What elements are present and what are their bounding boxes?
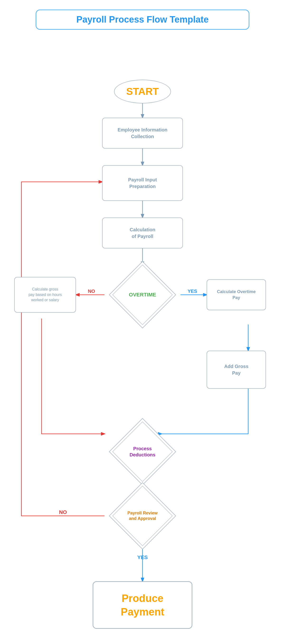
- process-deductions-label: ProcessDeductions: [130, 446, 156, 458]
- overtime-diamond: OVERTIME: [104, 265, 181, 324]
- page-wrapper: Payroll Process Flow Template: [0, 0, 285, 44]
- payroll-review-diamond: Payroll Reviewand Approval: [104, 486, 181, 546]
- start-label: START: [126, 86, 159, 97]
- no-overtime-label: NO: [81, 288, 102, 295]
- calc-gross-node: Calculate grosspay based on hoursworked …: [14, 277, 76, 312]
- add-gross-node: Add GrossPay: [207, 351, 266, 389]
- emp-info-label: Employee InformationCollection: [118, 126, 167, 140]
- start-node: START: [114, 80, 171, 104]
- calc-payroll-node: Calculationof Payroll: [102, 218, 183, 248]
- employee-info-node: Employee InformationCollection: [102, 118, 183, 148]
- produce-payment-node: ProducePayment: [93, 581, 192, 629]
- yes-overtime-label: YES: [181, 288, 204, 295]
- no-review-label: NO: [52, 509, 74, 516]
- calc-overtime-label: Calculate OvertimePay: [217, 289, 256, 301]
- overtime-label: OVERTIME: [129, 292, 156, 298]
- page-title: Payroll Process Flow Template: [76, 14, 209, 24]
- payroll-input-node: Payroll InputPreparation: [102, 165, 183, 201]
- process-deductions-diamond: ProcessDeductions: [104, 422, 181, 482]
- yes-review-label: YES: [123, 553, 162, 562]
- calc-gross-label: Calculate grosspay based on hoursworked …: [28, 287, 62, 303]
- produce-payment-label: ProducePayment: [121, 592, 164, 618]
- payroll-review-label: Payroll Reviewand Approval: [127, 510, 157, 522]
- add-gross-label: Add GrossPay: [224, 363, 249, 376]
- calc-payroll-label: Calculationof Payroll: [130, 226, 155, 240]
- calc-overtime-node: Calculate OvertimePay: [207, 279, 266, 310]
- title-box: Payroll Process Flow Template: [36, 10, 249, 30]
- payroll-input-label: Payroll InputPreparation: [128, 176, 157, 190]
